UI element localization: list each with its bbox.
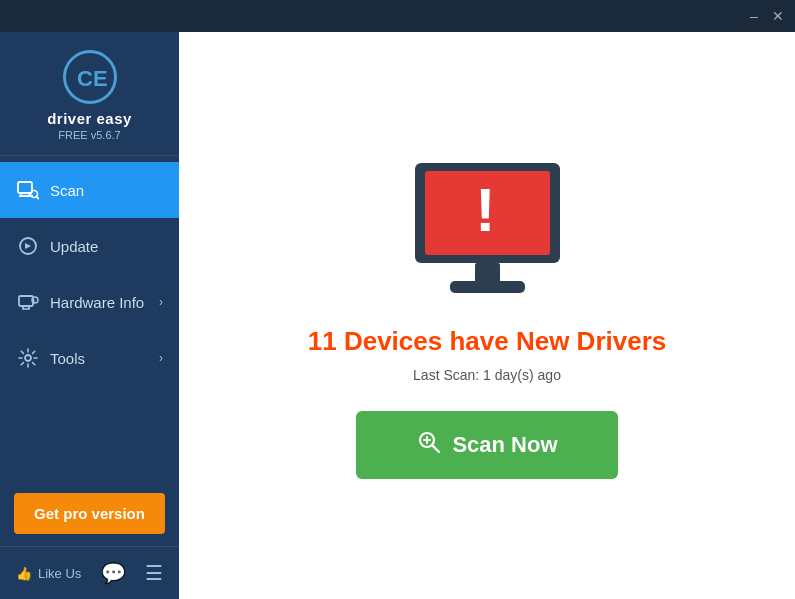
svg-point-14 <box>25 355 31 361</box>
sidebar-item-tools[interactable]: Tools › <box>0 330 179 386</box>
sidebar-item-tools-label: Tools <box>50 350 159 367</box>
menu-icon[interactable]: ☰ <box>145 561 163 585</box>
like-icon: 👍 <box>16 566 32 581</box>
scan-now-label: Scan Now <box>452 432 557 458</box>
sidebar-item-scan[interactable]: Scan <box>0 162 179 218</box>
svg-text:!: ! <box>475 175 496 244</box>
scan-now-icon <box>416 429 442 461</box>
sidebar-footer: 👍 Like Us 💬 ☰ <box>0 546 179 599</box>
app-logo-icon: CE <box>63 50 117 104</box>
scan-now-button[interactable]: Scan Now <box>356 411 617 479</box>
tools-arrow-icon: › <box>159 351 163 365</box>
sidebar-item-update[interactable]: Update <box>0 218 179 274</box>
title-bar: – ✕ <box>0 0 795 32</box>
get-pro-button[interactable]: Get pro version <box>14 493 165 534</box>
main-content: ! 11 Devices have New Drivers Last Scan:… <box>179 32 795 599</box>
app-name: driver easy <box>47 110 132 127</box>
svg-rect-8 <box>19 296 33 306</box>
tools-icon <box>16 346 40 370</box>
sidebar-item-hardware-info-label: Hardware Info <box>50 294 159 311</box>
app-body: CE driver easy FREE v5.6.7 Scan <box>0 32 795 599</box>
sidebar-item-hardware-info[interactable]: i Hardware Info › <box>0 274 179 330</box>
chat-icon[interactable]: 💬 <box>101 561 126 585</box>
sidebar-item-update-label: Update <box>50 238 163 255</box>
headline: 11 Devices have New Drivers <box>308 326 666 357</box>
sidebar-logo: CE driver easy FREE v5.6.7 <box>0 32 179 156</box>
scan-icon <box>16 178 40 202</box>
last-scan-text: Last Scan: 1 day(s) ago <box>413 367 561 383</box>
sidebar-nav: Scan Update <box>0 156 179 481</box>
svg-rect-18 <box>475 263 500 283</box>
app-version: FREE v5.6.7 <box>58 129 120 141</box>
svg-rect-2 <box>18 182 32 193</box>
svg-line-21 <box>432 445 439 452</box>
svg-text:CE: CE <box>77 66 107 91</box>
svg-rect-19 <box>450 281 525 293</box>
svg-line-6 <box>37 197 39 199</box>
alert-monitor-icon: ! <box>395 153 580 302</box>
hardware-info-arrow-icon: › <box>159 295 163 309</box>
like-us-button[interactable]: 👍 Like Us <box>16 566 81 581</box>
like-us-label: Like Us <box>38 566 81 581</box>
minimize-button[interactable]: – <box>745 7 763 25</box>
sidebar: CE driver easy FREE v5.6.7 Scan <box>0 32 179 599</box>
hardware-info-icon: i <box>16 290 40 314</box>
update-icon <box>16 234 40 258</box>
sidebar-item-scan-label: Scan <box>50 182 163 199</box>
close-button[interactable]: ✕ <box>769 7 787 25</box>
